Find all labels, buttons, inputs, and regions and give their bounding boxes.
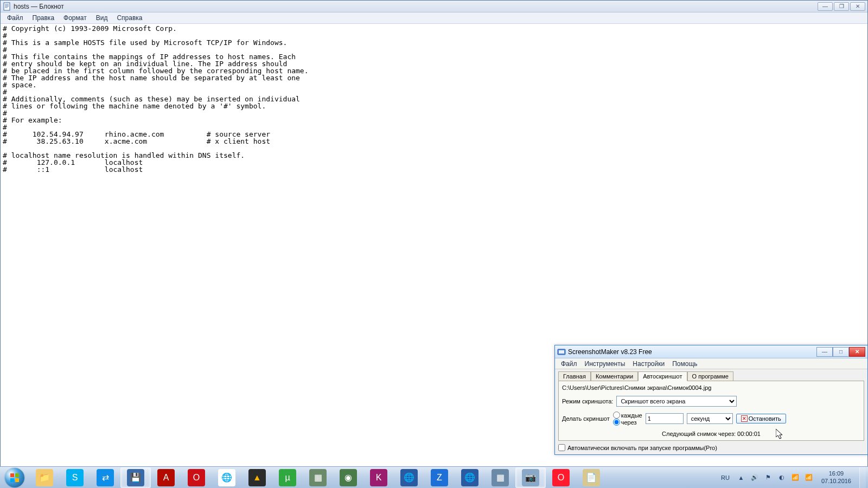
notepad-icon <box>3 2 11 11</box>
menu-view[interactable]: Вид <box>92 13 112 23</box>
radio-after[interactable]: через <box>613 419 642 426</box>
taskbar-app[interactable]: ▦ <box>485 467 515 488</box>
screenshotmaker-dialog: ScreenshotMaker v8.23 Free — □ ✕ Файл Ин… <box>554 345 868 455</box>
dialog-close-button[interactable]: ✕ <box>849 347 865 357</box>
system-tray: RU ▲ 🔊 ⚑ ◐ 📶 📶 16:09 07.10.2016 <box>717 467 868 488</box>
stop-button[interactable]: ✕ Остановить <box>736 414 786 423</box>
taskbar-explorer[interactable]: 📁 <box>29 467 60 488</box>
next-countdown: Следующий снимок через: 00:00:01 <box>562 431 860 437</box>
dialog-menu-help[interactable]: Помощь <box>668 359 701 369</box>
taskbar-clock[interactable]: 16:09 07.10.2016 <box>818 470 854 484</box>
tray-flag-icon[interactable]: ⚑ <box>764 473 773 482</box>
taskbar-utorrent[interactable]: µ <box>272 467 303 488</box>
dialog-tabs: Главная Комментарии Автоскриншот О прогр… <box>555 369 867 381</box>
autorun-checkbox[interactable] <box>558 444 565 451</box>
tray-signal-icon[interactable]: 📶 <box>805 473 813 482</box>
start-button[interactable] <box>0 467 29 489</box>
svg-rect-9 <box>10 478 14 482</box>
taskbar-globe2[interactable]: 🌐 <box>455 467 485 488</box>
dialog-menu-settings[interactable]: Настройки <box>629 359 668 369</box>
dialog-menubar: Файл Инструменты Настройки Помощь <box>555 358 867 369</box>
tab-main[interactable]: Главная <box>558 371 591 381</box>
taskbar: 📁 S ⇄ 💾 A O 🌐 ▲ µ ▦ ◉ K 🌐 Z 🌐 ▦ 📷 O 📄 RU… <box>0 466 868 488</box>
windows-orb-icon <box>5 468 24 487</box>
menu-help[interactable]: Справка <box>112 13 146 23</box>
language-indicator[interactable]: RU <box>719 474 732 481</box>
taskbar-opera[interactable]: O <box>546 467 576 488</box>
dialog-title: ScreenshotMaker v8.23 Free <box>568 348 652 356</box>
tray-network-icon[interactable]: 📶 <box>791 473 800 482</box>
taskbar-globe1[interactable]: 🌐 <box>394 467 424 488</box>
do-screenshot-label: Делать скриншот <box>562 415 610 422</box>
tray-volume-icon[interactable]: 🔊 <box>750 473 759 482</box>
svg-rect-10 <box>15 478 19 482</box>
menu-format[interactable]: Формат <box>59 13 91 23</box>
mode-select[interactable]: Скриншот всего экрана <box>616 396 737 407</box>
taskbar-chrome[interactable]: 🌐 <box>212 467 242 488</box>
taskbar-skype[interactable]: S <box>60 467 90 488</box>
menu-edit[interactable]: Правка <box>28 13 59 23</box>
taskbar-opera-old[interactable]: O <box>181 467 212 488</box>
svg-rect-8 <box>15 473 19 477</box>
output-path: C:\Users\User\Pictures\Снимки экрана\Сни… <box>562 384 860 391</box>
screenshotmaker-icon <box>557 348 566 356</box>
taskbar-disc[interactable]: ◉ <box>333 467 363 488</box>
dialog-titlebar[interactable]: ScreenshotMaker v8.23 Free — □ ✕ <box>555 345 867 358</box>
restore-button[interactable]: ❐ <box>834 2 849 11</box>
notepad-titlebar[interactable]: hosts — Блокнот — ❐ ✕ <box>1 1 867 12</box>
dialog-minimize-button[interactable]: — <box>816 347 833 357</box>
radio-every[interactable]: каждые <box>613 412 642 419</box>
close-button[interactable]: ✕ <box>850 2 865 11</box>
notepad-title: hosts — Блокнот <box>14 3 64 10</box>
unit-select[interactable]: секунд <box>687 413 733 424</box>
stop-x-icon: ✕ <box>741 415 748 422</box>
notepad-menubar: Файл Правка Формат Вид Справка <box>1 12 867 24</box>
taskbar-z[interactable]: Z <box>424 467 455 488</box>
tab-about[interactable]: О программе <box>687 371 733 381</box>
tray-sync-icon[interactable]: ◐ <box>777 473 786 482</box>
dialog-menu-tools[interactable]: Инструменты <box>581 359 629 369</box>
taskbar-items: 📁 S ⇄ 💾 A O 🌐 ▲ µ ▦ ◉ K 🌐 Z 🌐 ▦ 📷 O 📄 <box>29 467 607 488</box>
dialog-maximize-button[interactable]: □ <box>833 347 849 357</box>
taskbar-k[interactable]: K <box>363 467 394 488</box>
mode-label: Режим скриншота: <box>562 398 613 404</box>
dialog-body: C:\Users\User\Pictures\Снимки экрана\Сни… <box>558 381 864 441</box>
taskbar-calc[interactable]: ▦ <box>303 467 333 488</box>
taskbar-notepad[interactable]: 💾 <box>120 467 151 488</box>
svg-rect-7 <box>10 473 14 477</box>
tab-autoscreenshot[interactable]: Автоскриншот <box>638 371 687 381</box>
taskbar-aimp[interactable]: ▲ <box>242 467 272 488</box>
taskbar-adobe[interactable]: A <box>151 467 181 488</box>
autorun-label: Автоматически включать при запуске прогр… <box>567 445 717 451</box>
taskbar-folder[interactable]: 📄 <box>576 467 607 488</box>
interval-input[interactable] <box>646 413 684 424</box>
tab-comments[interactable]: Комментарии <box>591 371 638 381</box>
taskbar-screenshotmaker[interactable]: 📷 <box>515 467 546 488</box>
show-desktop-button[interactable] <box>859 467 866 488</box>
tray-chevron-icon[interactable]: ▲ <box>737 473 745 482</box>
svg-rect-6 <box>559 350 564 354</box>
taskbar-teamviewer[interactable]: ⇄ <box>90 467 120 488</box>
dialog-menu-file[interactable]: Файл <box>557 359 581 369</box>
menu-file[interactable]: Файл <box>3 13 28 23</box>
minimize-button[interactable]: — <box>818 2 833 11</box>
